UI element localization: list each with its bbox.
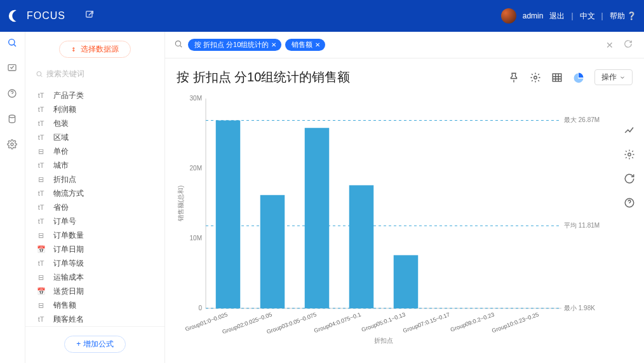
chip-close-icon[interactable]: ✕	[315, 41, 320, 48]
search-icon	[36, 70, 43, 78]
svg-rect-23	[216, 120, 241, 308]
brand[interactable]: FOCUS	[8, 9, 65, 23]
chevron-down-icon	[619, 74, 626, 81]
svg-rect-25	[260, 195, 285, 308]
logout-link[interactable]: 退出	[549, 11, 565, 22]
chart-area: 销售额(总和)010M20M30M最大 26.87M平均 11.81M最小 1.…	[165, 92, 644, 363]
topbar: FOCUS admin 退出 | 中文 | 帮助 ❔	[0, 0, 644, 32]
field-label: 城市	[53, 160, 69, 171]
external-link-icon[interactable]	[84, 10, 95, 22]
field-label: 利润额	[53, 104, 76, 115]
field-search[interactable]	[36, 69, 154, 78]
field-row[interactable]: ⊟单价	[36, 144, 159, 158]
select-datasource-button[interactable]: ↕ 选择数据源	[59, 41, 130, 58]
chart-type-icon[interactable]	[573, 72, 584, 83]
svg-text:Group09:0.2~0.23: Group09:0.2~0.23	[450, 311, 495, 332]
svg-point-7	[175, 41, 180, 46]
field-label: 单价	[53, 146, 69, 157]
text-type-icon: tT	[36, 134, 47, 141]
field-row[interactable]: tT物流方式	[36, 186, 159, 200]
number-type-icon: ⊟	[36, 301, 47, 310]
number-type-icon: ⊟	[36, 147, 47, 156]
field-row[interactable]: tT包装	[36, 116, 159, 130]
svg-point-8	[534, 76, 537, 79]
field-row[interactable]: ⊟订单数量	[36, 228, 159, 242]
number-type-icon: ⊟	[36, 231, 47, 240]
field-label: 订单数量	[53, 230, 84, 241]
reload-icon[interactable]	[623, 172, 636, 185]
chip-close-icon[interactable]: ✕	[271, 41, 276, 48]
query-chips: 按 折扣点 分10组统计的✕销售额✕	[188, 39, 325, 51]
fields-list: tT产品子类tT利润额tT包装tT区域⊟单价tT城市⊟折扣点tT物流方式tT省份…	[25, 85, 164, 326]
rail-help-icon[interactable]	[6, 88, 18, 99]
add-formula-button[interactable]: + 增加公式	[64, 336, 125, 353]
trend-icon[interactable]	[623, 124, 636, 137]
refresh-button[interactable]	[621, 39, 635, 50]
field-label: 销售额	[53, 300, 76, 311]
text-type-icon: tT	[36, 92, 47, 99]
query-chip[interactable]: 销售额✕	[285, 39, 325, 51]
field-row[interactable]: tT省份	[36, 200, 159, 214]
settings-icon[interactable]	[530, 72, 541, 83]
search-icon	[174, 39, 183, 51]
field-label: 送货日期	[53, 286, 84, 297]
rail-data-icon[interactable]	[6, 113, 18, 125]
field-row[interactable]: tT利润额	[36, 102, 159, 116]
svg-text:Group10:0.23~0.25: Group10:0.23~0.25	[491, 311, 540, 334]
main: 按 折扣点 分10组统计的✕销售额✕ ✕ 按 折扣点 分10组统计的销售额 操作…	[165, 32, 644, 363]
nav-rail	[0, 32, 25, 363]
svg-text:销售额(总和): 销售额(总和)	[177, 186, 184, 223]
number-type-icon: ⊟	[36, 273, 47, 282]
config-icon[interactable]	[623, 148, 636, 161]
text-type-icon: tT	[36, 161, 47, 169]
query-chip[interactable]: 按 折扣点 分10组统计的✕	[188, 39, 281, 51]
svg-rect-27	[305, 128, 330, 308]
text-type-icon: tT	[36, 259, 47, 267]
field-row[interactable]: ⊟销售额	[36, 298, 159, 312]
field-row[interactable]: tT城市	[36, 158, 159, 172]
svg-point-6	[37, 71, 41, 76]
field-label: 订单号	[53, 216, 76, 227]
operations-dropdown[interactable]: 操作	[594, 69, 633, 85]
field-label: 订单日期	[53, 244, 84, 255]
pin-icon[interactable]	[508, 72, 520, 83]
field-row[interactable]: tT产品子类	[36, 88, 159, 102]
svg-text:平均 11.81M: 平均 11.81M	[564, 222, 600, 229]
svg-point-5	[11, 143, 13, 146]
help-link[interactable]: 帮助 ❔	[610, 11, 636, 22]
field-row[interactable]: tT订单等级	[36, 256, 159, 270]
username-label[interactable]: admin	[523, 11, 544, 20]
field-row[interactable]: 📅订单日期	[36, 242, 159, 256]
field-label: 包装	[53, 118, 69, 129]
svg-text:Group04:0.075~0.1: Group04:0.075~0.1	[313, 311, 362, 334]
rail-search-icon[interactable]	[6, 37, 18, 48]
brand-name: FOCUS	[27, 10, 65, 22]
svg-rect-0	[86, 11, 92, 17]
rail-board-icon[interactable]	[6, 62, 18, 74]
field-row[interactable]: 📅送货日期	[36, 284, 159, 298]
number-type-icon: ⊟	[36, 175, 47, 184]
svg-text:折扣点: 折扣点	[374, 337, 393, 344]
svg-text:最小 1.98K: 最小 1.98K	[564, 305, 595, 312]
avatar[interactable]	[501, 8, 516, 24]
info-icon[interactable]	[623, 196, 636, 209]
bar-chart: 销售额(总和)010M20M30M最大 26.87M平均 11.81M最小 1.…	[174, 92, 606, 346]
text-type-icon: tT	[36, 106, 47, 113]
text-type-icon: tT	[36, 203, 47, 211]
rail-settings-icon[interactable]	[6, 139, 18, 150]
field-row[interactable]: ⊟折扣点	[36, 172, 159, 186]
field-row[interactable]: ⊟运输成本	[36, 270, 159, 284]
field-row[interactable]: tT顾客姓名	[36, 312, 159, 326]
language-link[interactable]: 中文	[580, 11, 595, 22]
clear-query-button[interactable]: ✕	[603, 40, 616, 50]
field-label: 物流方式	[53, 188, 84, 199]
field-label: 区域	[53, 132, 69, 143]
text-type-icon: tT	[36, 217, 47, 225]
field-row[interactable]: tT区域	[36, 130, 159, 144]
chip-label: 按 折扣点 分10组统计的	[194, 40, 269, 50]
field-row[interactable]: tT订单号	[36, 214, 159, 228]
field-search-input[interactable]	[46, 69, 154, 78]
chart-right-rail	[615, 124, 644, 209]
svg-text:Group02:0.025~0.05: Group02:0.025~0.05	[221, 311, 272, 335]
table-icon[interactable]	[551, 72, 563, 83]
